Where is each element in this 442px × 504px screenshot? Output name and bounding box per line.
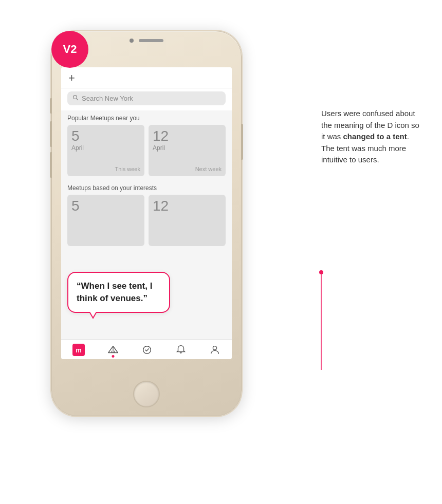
annotation-text: Users were confused about the meaning of… [321,108,421,166]
search-bar[interactable]: Search New York [67,91,226,105]
active-nav-dot [112,355,115,358]
home-button[interactable] [133,381,160,407]
event-date-1: 5 [71,129,140,143]
meetup-m-icon: m [72,344,85,356]
v2-badge: V2 [51,31,88,68]
svg-line-3 [77,99,78,100]
event-month-1: April [71,144,140,152]
nav-item-events[interactable] [141,344,153,356]
tent-icon [107,344,119,356]
event-card-3[interactable]: 5 [67,195,144,246]
section1-label: Popular Meetups near you [61,110,232,125]
power-button [241,124,243,160]
event-date-3: 5 [71,199,140,213]
phone-outer: + Search New York [51,31,242,416]
event-date-2: 12 [153,129,222,143]
search-placeholder: Search New York [82,95,133,102]
phone-speaker [139,39,163,42]
bell-icon [175,344,187,356]
v2-label: V2 [63,43,77,56]
check-circle-icon [141,344,153,356]
annotation-bold: changed to a tent [343,132,407,141]
nav-item-explore[interactable] [107,344,119,356]
svg-point-8 [143,346,151,354]
event-card-1[interactable]: 5 April This week [67,125,144,176]
section2-cards: 5 12 [61,195,232,250]
event-card-4[interactable]: 12 [149,195,226,246]
section2-label: Meetups based on your interests [61,180,232,195]
event-date-4: 12 [153,199,222,213]
svg-point-11 [213,346,216,350]
bottom-nav: m [61,339,232,359]
volume-down-button [50,152,52,178]
event-card-2[interactable]: 12 April Next week [149,125,226,176]
mute-button [50,98,52,114]
event-week-1: This week [115,166,140,172]
search-icon [72,95,79,102]
phone-frame: + Search New York [51,31,242,416]
phone-screen: + Search New York [61,67,232,359]
phone-top [130,39,163,43]
search-bar-wrap: Search New York [61,88,232,110]
event-week-2: Next week [195,166,222,172]
front-camera [130,39,134,43]
volume-up-button [50,121,52,147]
add-button[interactable]: + [68,72,75,84]
nav-item-home[interactable]: m [72,344,85,356]
speech-bubble-text: “When I see tent, I think of venues.” [77,281,152,303]
speech-bubble: “When I see tent, I think of venues.” [67,272,170,313]
user-icon [209,344,220,356]
nav-item-profile[interactable] [209,344,220,356]
svg-point-1 [319,270,323,274]
app-topbar: + [61,67,232,88]
event-month-2: April [153,144,222,152]
section1-cards: 5 April This week 12 April Next week [61,125,232,180]
nav-item-notifications[interactable] [175,344,187,356]
screen-content: + Search New York [61,67,232,359]
page-container: V2 Users were confused about the meaning… [0,0,442,504]
